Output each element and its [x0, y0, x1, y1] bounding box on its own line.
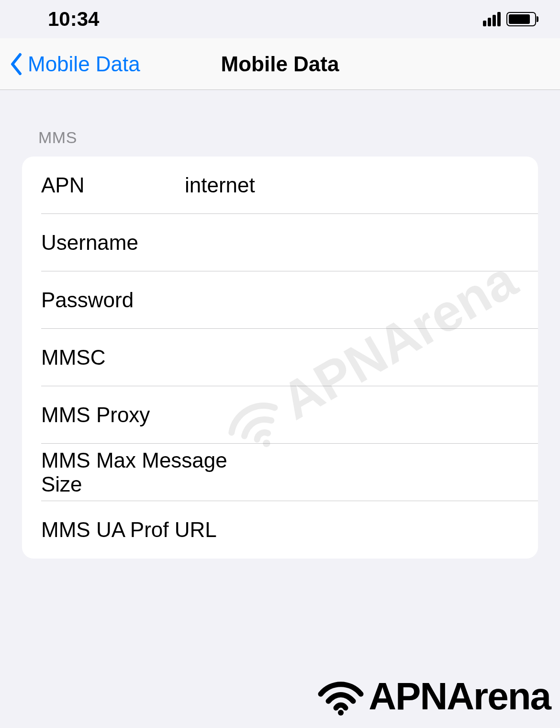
username-label: Username — [41, 231, 185, 255]
mms-ua-prof-row[interactable]: MMS UA Prof URL — [22, 501, 538, 559]
mms-ua-prof-label: MMS UA Prof URL — [41, 518, 217, 542]
back-button[interactable]: Mobile Data — [10, 52, 140, 76]
password-row[interactable]: Password — [22, 271, 538, 329]
navigation-bar: Mobile Data Mobile Data — [0, 38, 560, 90]
section-header-mms: MMS — [38, 128, 538, 147]
mmsc-input[interactable] — [185, 346, 538, 370]
battery-icon — [506, 12, 536, 26]
content-area: MMS APN Username Password MMSC MMS Proxy… — [0, 90, 560, 559]
mmsc-label: MMSC — [41, 346, 185, 370]
status-bar: 10:34 — [0, 0, 560, 38]
watermark-bottom: APNArena — [317, 674, 550, 718]
mms-max-size-row[interactable]: MMS Max Message Size — [22, 444, 538, 501]
mmsc-row[interactable]: MMSC — [22, 329, 538, 386]
username-row[interactable]: Username — [22, 214, 538, 271]
svg-point-1 — [338, 710, 344, 716]
page-title: Mobile Data — [221, 52, 339, 76]
mms-max-size-input[interactable] — [256, 460, 538, 484]
password-input[interactable] — [185, 288, 538, 312]
back-label: Mobile Data — [28, 52, 140, 76]
mms-proxy-label: MMS Proxy — [41, 403, 185, 427]
apn-row[interactable]: APN — [22, 157, 538, 214]
username-input[interactable] — [185, 231, 538, 255]
status-indicators — [483, 12, 536, 26]
mms-proxy-row[interactable]: MMS Proxy — [22, 386, 538, 444]
mms-proxy-input[interactable] — [185, 403, 538, 427]
password-label: Password — [41, 288, 185, 312]
chevron-left-icon — [10, 53, 23, 76]
apn-label: APN — [41, 173, 185, 197]
status-time: 10:34 — [48, 8, 99, 31]
apn-input[interactable] — [185, 173, 538, 197]
settings-group-mms: APN Username Password MMSC MMS Proxy MMS… — [22, 157, 538, 559]
cellular-signal-icon — [483, 12, 501, 26]
wifi-icon — [317, 677, 365, 716]
watermark-bottom-text: APNArena — [369, 674, 550, 718]
mms-max-size-label: MMS Max Message Size — [41, 448, 256, 496]
mms-ua-prof-input[interactable] — [217, 518, 538, 542]
